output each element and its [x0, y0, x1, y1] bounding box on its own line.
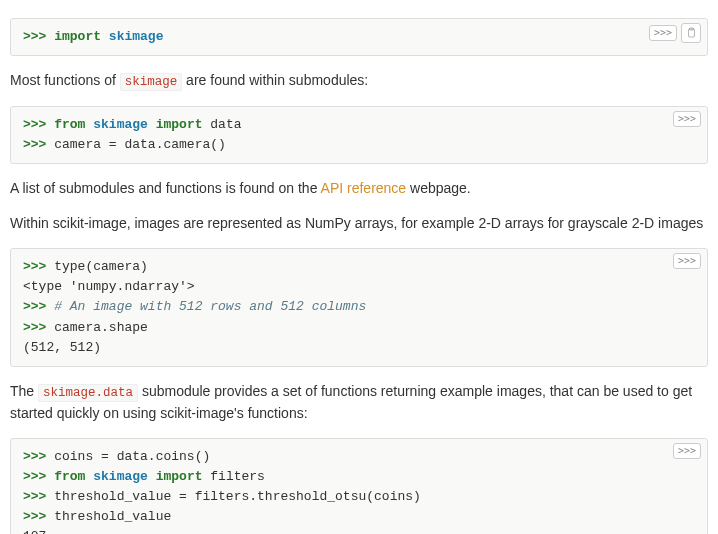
text: are found within submodules:: [182, 72, 368, 88]
text: A list of submodules and functions is fo…: [10, 180, 321, 196]
text: Most functions of: [10, 72, 120, 88]
paragraph: The skimage.data submodule provides a se…: [10, 381, 708, 424]
text: webpage.: [406, 180, 471, 196]
text: The: [10, 383, 38, 399]
paragraph: Within scikit-image, images are represen…: [10, 213, 708, 234]
inline-code: skimage: [120, 73, 183, 91]
code-block-2: >>> >>> from skimage import data>>> came…: [10, 106, 708, 164]
code-block-1: >>> >>> import skimage: [10, 18, 708, 56]
inline-code: skimage.data: [38, 384, 138, 402]
code-content: >>> type(camera)<type 'numpy.ndarray'>>>…: [23, 257, 695, 358]
code-block-3: >>> >>> type(camera)<type 'numpy.ndarray…: [10, 248, 708, 367]
paragraph: A list of submodules and functions is fo…: [10, 178, 708, 199]
api-reference-link[interactable]: API reference: [321, 180, 407, 196]
code-content: >>> import skimage: [23, 27, 695, 47]
toggle-prompt-button[interactable]: >>>: [673, 111, 701, 127]
toggle-prompt-button[interactable]: >>>: [649, 25, 677, 41]
toggle-prompt-button[interactable]: >>>: [673, 253, 701, 269]
code-block-4: >>> >>> coins = data.coins()>>> from ski…: [10, 438, 708, 534]
copy-button[interactable]: [681, 23, 701, 43]
code-content: >>> from skimage import data>>> camera =…: [23, 115, 695, 155]
clipboard-icon: [685, 27, 697, 39]
toggle-prompt-button[interactable]: >>>: [673, 443, 701, 459]
paragraph: Most functions of skimage are found with…: [10, 70, 708, 92]
code-content: >>> coins = data.coins()>>> from skimage…: [23, 447, 695, 534]
